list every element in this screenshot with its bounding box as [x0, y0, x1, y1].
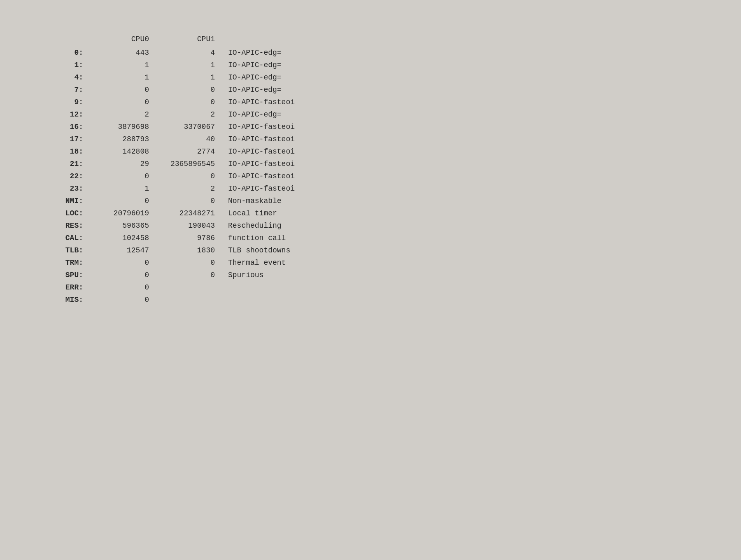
row-desc-3: IO-APIC-edg= — [218, 84, 350, 96]
interrupt-table-container: CPU0 CPU1 0:4434IO-APIC-edg=1:11IO-APIC-… — [33, 25, 350, 306]
row-label-14: RES: — [33, 219, 86, 232]
row-cpu0-12: 0 — [86, 195, 152, 207]
row-label-20: MIS: — [33, 294, 86, 306]
row-cpu1-14: 190043 — [152, 219, 218, 232]
row-cpu0-2: 1 — [86, 71, 152, 84]
row-label-9: 21: — [33, 158, 86, 170]
row-label-4: 9: — [33, 96, 86, 108]
row-cpu1-13: 22348271 — [152, 207, 218, 219]
row-cpu1-17: 0 — [152, 257, 218, 269]
row-label-12: NMI: — [33, 195, 86, 207]
row-cpu1-8: 2774 — [152, 145, 218, 158]
row-desc-13: Local timer — [218, 207, 350, 219]
row-cpu0-19: 0 — [86, 281, 152, 294]
row-desc-7: IO-APIC-fasteoi — [218, 133, 350, 145]
row-desc-2: IO-APIC-edg= — [218, 71, 350, 84]
row-cpu0-14: 596365 — [86, 219, 152, 232]
row-cpu1-16: 1830 — [152, 244, 218, 257]
row-cpu1-0: 4 — [152, 47, 218, 59]
row-desc-12: Non-maskable — [218, 195, 350, 207]
row-desc-1: IO-APIC-edg= — [218, 59, 350, 71]
row-desc-19 — [218, 281, 350, 294]
row-cpu0-11: 1 — [86, 182, 152, 195]
row-label-16: TLB: — [33, 244, 86, 257]
row-desc-18: Spurious — [218, 269, 350, 281]
row-cpu1-2: 1 — [152, 71, 218, 84]
row-desc-8: IO-APIC-fasteoi — [218, 145, 350, 158]
row-label-6: 16: — [33, 121, 86, 133]
row-desc-11: IO-APIC-fasteoi — [218, 182, 350, 195]
interrupt-table: CPU0 CPU1 0:4434IO-APIC-edg=1:11IO-APIC-… — [33, 33, 350, 306]
row-cpu0-8: 142808 — [86, 145, 152, 158]
row-cpu1-9: 2365896545 — [152, 158, 218, 170]
row-label-2: 4: — [33, 71, 86, 84]
row-cpu0-4: 0 — [86, 96, 152, 108]
row-cpu1-4: 0 — [152, 96, 218, 108]
row-cpu1-3: 0 — [152, 84, 218, 96]
row-cpu0-15: 102458 — [86, 232, 152, 244]
row-desc-20 — [218, 294, 350, 306]
row-cpu0-16: 12547 — [86, 244, 152, 257]
row-cpu0-9: 29 — [86, 158, 152, 170]
row-cpu0-3: 0 — [86, 84, 152, 96]
row-desc-4: IO-APIC-fasteoi — [218, 96, 350, 108]
row-cpu0-5: 2 — [86, 108, 152, 121]
row-cpu0-6: 3879698 — [86, 121, 152, 133]
row-label-19: ERR: — [33, 281, 86, 294]
row-cpu1-19 — [152, 281, 218, 294]
row-cpu1-6: 3370067 — [152, 121, 218, 133]
row-cpu1-5: 2 — [152, 108, 218, 121]
row-label-1: 1: — [33, 59, 86, 71]
row-label-3: 7: — [33, 84, 86, 96]
row-cpu1-12: 0 — [152, 195, 218, 207]
row-cpu1-10: 0 — [152, 170, 218, 182]
row-desc-17: Thermal event — [218, 257, 350, 269]
row-label-17: TRM: — [33, 257, 86, 269]
row-cpu0-0: 443 — [86, 47, 152, 59]
row-label-13: LOC: — [33, 207, 86, 219]
row-desc-9: IO-APIC-fasteoi — [218, 158, 350, 170]
header-label — [33, 33, 86, 47]
header-desc — [218, 33, 350, 47]
row-desc-15: function call — [218, 232, 350, 244]
row-cpu0-7: 288793 — [86, 133, 152, 145]
row-label-0: 0: — [33, 47, 86, 59]
row-desc-16: TLB shootdowns — [218, 244, 350, 257]
row-label-8: 18: — [33, 145, 86, 158]
row-cpu1-18: 0 — [152, 269, 218, 281]
row-desc-10: IO-APIC-fasteoi — [218, 170, 350, 182]
row-label-11: 23: — [33, 182, 86, 195]
row-cpu1-15: 9786 — [152, 232, 218, 244]
row-cpu1-11: 2 — [152, 182, 218, 195]
row-label-5: 12: — [33, 108, 86, 121]
row-desc-0: IO-APIC-edg= — [218, 47, 350, 59]
row-label-10: 22: — [33, 170, 86, 182]
row-desc-5: IO-APIC-edg= — [218, 108, 350, 121]
row-cpu0-18: 0 — [86, 269, 152, 281]
row-label-18: SPU: — [33, 269, 86, 281]
row-cpu0-10: 0 — [86, 170, 152, 182]
row-cpu0-13: 20796019 — [86, 207, 152, 219]
row-label-15: CAL: — [33, 232, 86, 244]
header-cpu0: CPU0 — [86, 33, 152, 47]
row-cpu0-17: 0 — [86, 257, 152, 269]
header-cpu1: CPU1 — [152, 33, 218, 47]
row-cpu0-1: 1 — [86, 59, 152, 71]
row-cpu1-7: 40 — [152, 133, 218, 145]
row-desc-6: IO-APIC-fasteoi — [218, 121, 350, 133]
row-label-7: 17: — [33, 133, 86, 145]
row-desc-14: Rescheduling — [218, 219, 350, 232]
row-cpu0-20: 0 — [86, 294, 152, 306]
row-cpu1-1: 1 — [152, 59, 218, 71]
row-cpu1-20 — [152, 294, 218, 306]
